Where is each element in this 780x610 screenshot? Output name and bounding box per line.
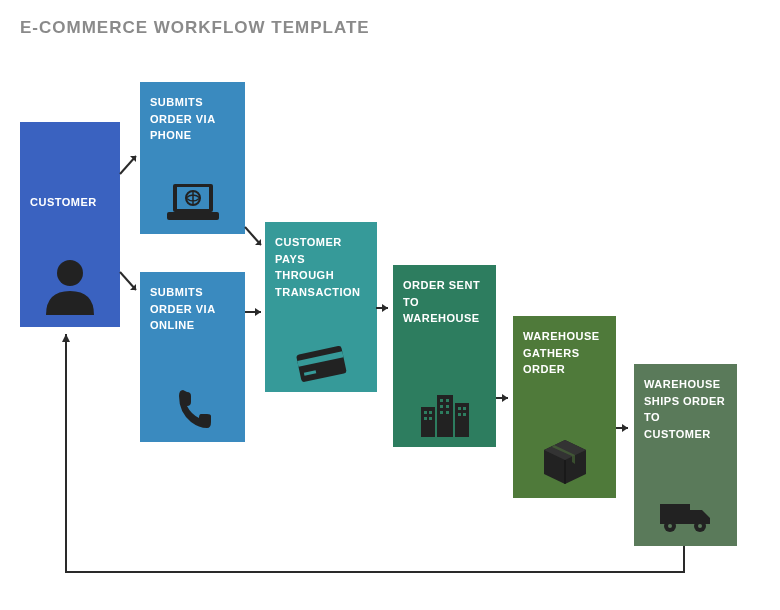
arrow-customer-phone <box>118 150 144 180</box>
person-icon <box>20 253 120 317</box>
node-label: SUBMITS ORDER VIA PHONE <box>150 94 235 144</box>
node-phone: SUBMITS ORDER VIA PHONE <box>140 82 245 234</box>
node-label: CUSTOMER <box>30 194 110 211</box>
node-customer: CUSTOMER <box>20 122 120 327</box>
page-title: E-COMMERCE WORKFLOW TEMPLATE <box>20 18 370 38</box>
svg-rect-3 <box>167 212 219 220</box>
svg-point-29 <box>698 524 702 528</box>
arrow-customer-online <box>118 270 144 300</box>
laptop-icon <box>140 182 245 224</box>
svg-point-0 <box>57 260 83 286</box>
arrow-phone-pay <box>243 225 269 255</box>
arrow-pay-sent <box>374 300 396 316</box>
arrow-online-pay <box>243 304 269 320</box>
arrow-ship-customer <box>18 320 688 580</box>
node-label: CUSTOMER PAYS THROUGH TRANSACTION <box>275 234 367 300</box>
